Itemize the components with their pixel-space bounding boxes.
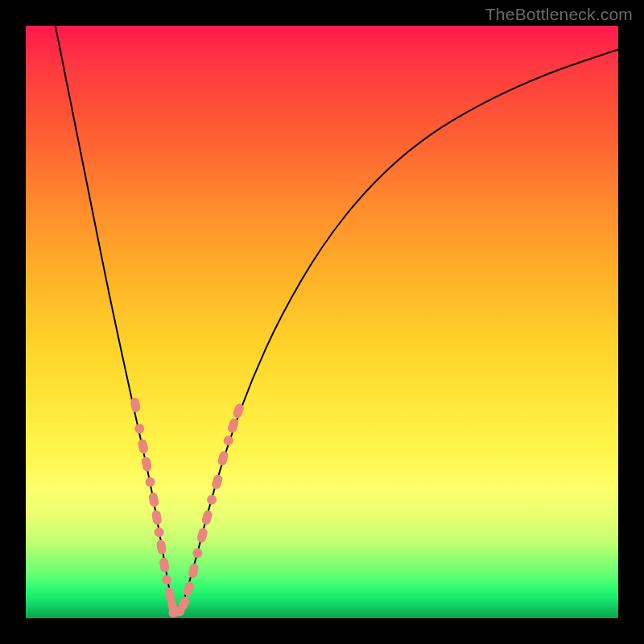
marker-dot <box>207 495 217 505</box>
chart-svg <box>26 26 618 618</box>
marker-capsule <box>138 439 149 455</box>
marker-capsule <box>151 510 163 526</box>
chart-plot-area <box>26 26 618 618</box>
marker-capsule <box>156 539 167 555</box>
marker-dot <box>192 548 202 558</box>
marker-capsule <box>211 474 223 490</box>
marker-capsule <box>182 580 195 597</box>
watermark-text: TheBottleneck.com <box>485 5 633 24</box>
marker-dot <box>162 575 171 584</box>
marker-dot <box>134 424 144 434</box>
marker-capsule <box>188 563 200 579</box>
chart-frame: TheBottleneck.com <box>0 0 644 644</box>
marker-dot <box>146 477 155 487</box>
marker-dot <box>224 436 233 445</box>
bottleneck-curve <box>56 26 618 613</box>
marker-capsule <box>217 450 229 466</box>
marker-group <box>130 397 245 618</box>
marker-capsule <box>196 527 208 543</box>
marker-capsule <box>130 397 141 413</box>
marker-capsule <box>148 492 159 508</box>
marker-capsule <box>159 557 170 573</box>
marker-capsule <box>201 510 213 526</box>
marker-capsule <box>141 456 152 473</box>
marker-dot <box>155 527 164 537</box>
